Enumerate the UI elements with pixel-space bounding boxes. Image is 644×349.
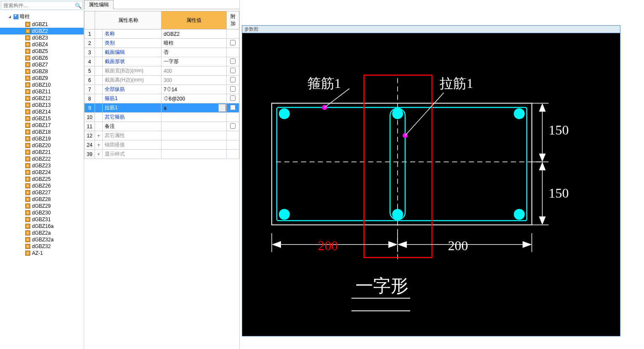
property-value[interactable]: ⏀6@200 (162, 94, 227, 103)
tree-item-label: dGBZ8 (32, 69, 48, 74)
search-box: 🔍 (1, 1, 83, 10)
row-index: 2 (85, 39, 95, 48)
property-value[interactable]: dGBZ2 (162, 29, 227, 39)
property-value[interactable] (162, 131, 227, 140)
tree-item[interactable]: dGBZ19 (0, 135, 84, 142)
tree-item[interactable]: dGBZ4 (0, 41, 84, 48)
tree-root[interactable]: 暗柱 (0, 12, 84, 21)
property-value[interactable]: 400 (162, 66, 227, 76)
tree-item[interactable]: dGBZ15 (0, 115, 84, 122)
expand-toggle[interactable]: + (95, 140, 103, 150)
tree-item[interactable]: dGBZ11 (0, 88, 84, 95)
arrow-right (522, 241, 532, 248)
search-input[interactable] (1, 1, 74, 10)
expand-toggle[interactable]: + (95, 131, 103, 140)
property-row[interactable]: 24+锚固搭接 (85, 140, 239, 150)
tree-item[interactable]: dGBZ32a (0, 236, 84, 243)
tree-item[interactable]: dGBZ27 (0, 189, 84, 196)
search-button[interactable]: 🔍 (74, 1, 82, 10)
property-row[interactable]: 2类别暗柱 (85, 39, 239, 48)
property-row[interactable]: 3截面编辑否 (85, 48, 239, 57)
tree-item[interactable]: dGBZ17 (0, 122, 84, 129)
property-value[interactable] (162, 150, 227, 159)
property-row[interactable]: 4截面形状一字形 (85, 57, 239, 66)
tree-item[interactable]: dGBZ10 (0, 82, 84, 88)
dim-h1: 150 (549, 123, 569, 137)
extra-checkbox[interactable] (230, 40, 236, 45)
value-input[interactable] (164, 105, 224, 111)
tree-item[interactable]: dGBZ6 (0, 55, 84, 61)
tree-item[interactable]: dGBZ22 (0, 156, 84, 162)
tree-item[interactable]: dGBZ21 (0, 149, 84, 156)
tree-item[interactable]: dGBZ29 (0, 203, 84, 209)
property-value[interactable]: ⋯ (162, 103, 227, 113)
property-value[interactable] (162, 122, 227, 131)
tree-item[interactable]: dGBZ32 (0, 243, 84, 250)
label-lajin: 拉筋1 (440, 76, 473, 91)
property-row[interactable]: 6截面高(H边)(mm)300 (85, 76, 239, 85)
tree-item[interactable]: dGBZ13 (0, 102, 84, 108)
property-value[interactable] (162, 140, 227, 150)
extra-checkbox[interactable] (230, 95, 236, 101)
property-row[interactable]: 9拉筋1⋯ (85, 103, 239, 113)
tree-item-label: dGBZ4 (32, 42, 48, 48)
property-value[interactable]: 300 (162, 76, 227, 85)
component-icon (25, 210, 30, 215)
property-row[interactable]: 8箍筋1⏀6@200 (85, 94, 239, 103)
property-row[interactable]: 7全部纵筋7⏀14 (85, 85, 239, 94)
expand-toggle[interactable]: + (95, 150, 103, 159)
tree-item-label: dGBZ17 (32, 122, 51, 128)
arrow-down (539, 217, 546, 225)
tree-item[interactable]: dGBZ26 (0, 182, 84, 189)
property-row[interactable]: 39+显示样式 (85, 150, 239, 159)
property-row[interactable]: 10其它箍筋 (85, 113, 239, 122)
dim-w1: 200 (318, 238, 338, 253)
rebar-top-left (279, 108, 290, 119)
tree-item[interactable]: dGBZ18 (0, 129, 84, 135)
component-icon (25, 89, 30, 94)
tree-item[interactable]: dGBZ20 (0, 142, 84, 149)
component-tree[interactable]: 暗柱 dGBZ1dGBZ2dGBZ3dGBZ4dGBZ5dGBZ6dGBZ7dG… (0, 11, 84, 349)
extra-checkbox[interactable] (230, 68, 236, 73)
component-icon (25, 217, 30, 222)
property-row[interactable]: 11备注 (85, 122, 239, 131)
extra-cell (227, 131, 239, 140)
tree-item[interactable]: dGBZ9 (0, 75, 84, 82)
tree-item[interactable]: dGBZ8 (0, 68, 84, 75)
property-value[interactable] (162, 113, 227, 122)
tree-item[interactable]: dGBZ16a (0, 223, 84, 230)
tree-item[interactable]: dGBZ14 (0, 108, 84, 115)
property-value[interactable]: 7⏀14 (162, 85, 227, 94)
more-button[interactable]: ⋯ (218, 104, 226, 112)
highlight-box (364, 75, 432, 258)
property-value[interactable]: 暗柱 (162, 39, 227, 48)
tree-item[interactable]: dGBZ30 (0, 209, 84, 216)
tree-item[interactable]: dGBZ31 (0, 216, 84, 223)
property-row[interactable]: 1名称dGBZ2 (85, 29, 239, 39)
property-tab[interactable]: 属性编辑 (84, 0, 239, 9)
tree-item[interactable]: dGBZ7 (0, 61, 84, 68)
tree-item[interactable]: dGBZ3 (0, 34, 84, 41)
tree-item[interactable]: dGBZ5 (0, 48, 84, 55)
tree-item[interactable]: dGBZ24 (0, 169, 84, 176)
extra-checkbox[interactable] (230, 86, 236, 92)
tree-item[interactable]: dGBZ2a (0, 230, 84, 236)
tree-item[interactable]: AZ-1 (0, 250, 84, 256)
property-row[interactable]: 5截面宽(B边)(mm)400 (85, 66, 239, 76)
tree-item[interactable]: dGBZ25 (0, 176, 84, 182)
rebar-top-right (514, 108, 525, 119)
property-value[interactable]: 否 (162, 48, 227, 57)
extra-checkbox[interactable] (230, 77, 236, 82)
extra-checkbox[interactable] (230, 123, 236, 129)
property-value[interactable]: 一字形 (162, 57, 227, 66)
label-gujin: 箍筋1 (307, 76, 341, 91)
tree-item[interactable]: dGBZ1 (0, 21, 84, 28)
extra-checkbox[interactable] (230, 105, 236, 110)
tree-item[interactable]: dGBZ12 (0, 95, 84, 102)
tree-item[interactable]: dGBZ28 (0, 196, 84, 203)
tree-item[interactable]: dGBZ23 (0, 162, 84, 169)
extra-checkbox[interactable] (230, 58, 236, 64)
tree-item[interactable]: dGBZ2 (0, 28, 84, 34)
tree-item-label: dGBZ32 (32, 243, 51, 249)
property-row[interactable]: 12+其它属性 (85, 131, 239, 140)
